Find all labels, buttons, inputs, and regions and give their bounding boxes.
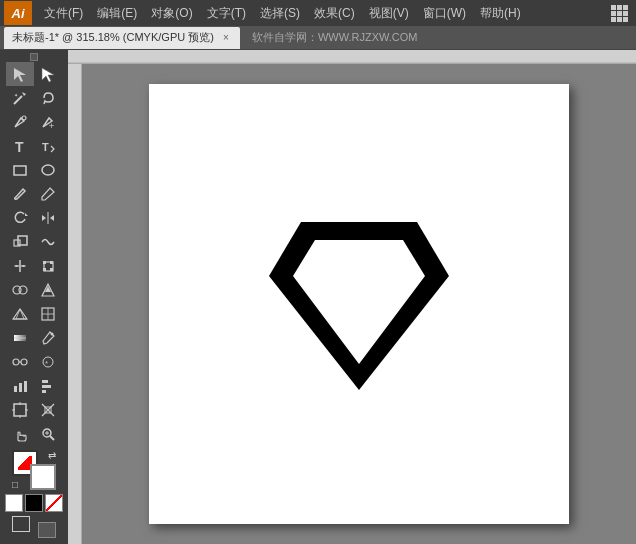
type-tool[interactable]: T (6, 134, 34, 158)
document-tab[interactable]: 未标题-1* @ 315.18% (CMYK/GPU 预览) × (4, 27, 240, 49)
rotate-tool[interactable] (6, 206, 34, 230)
pencil-tool[interactable] (34, 182, 62, 206)
menu-effect[interactable]: 效果(C) (308, 3, 361, 24)
svg-point-32 (51, 333, 54, 336)
menu-object[interactable]: 对象(O) (145, 3, 198, 24)
svg-rect-41 (42, 380, 48, 383)
svg-rect-18 (50, 261, 53, 264)
svg-rect-40 (24, 381, 27, 392)
svg-marker-0 (14, 68, 26, 82)
horizontal-ruler: // We'll do this in CSS instead (68, 50, 636, 64)
svg-text:✦: ✦ (14, 92, 18, 98)
svg-line-51 (50, 436, 54, 440)
free-transform-tool[interactable] (34, 254, 62, 278)
app-logo: Ai (4, 1, 32, 25)
bar-graph-tool[interactable] (34, 374, 62, 398)
menu-help[interactable]: 帮助(H) (474, 3, 527, 24)
blend-tool[interactable] (6, 350, 34, 374)
menu-bar: Ai 文件(F) 编辑(E) 对象(O) 文字(T) 选择(S) 效果(C) 视… (0, 0, 636, 26)
svg-point-34 (21, 359, 27, 365)
perspective-grid-tool[interactable] (6, 302, 34, 326)
lasso-tool[interactable] (34, 86, 62, 110)
color-area: ⇄ □ (1, 446, 67, 542)
svg-rect-17 (43, 261, 46, 264)
zoom-tool[interactable] (34, 422, 62, 446)
artboard (149, 84, 569, 524)
ellipse-tool[interactable] (34, 158, 62, 182)
scale-tool[interactable] (6, 230, 34, 254)
workspace-grid-icon[interactable] (611, 5, 628, 22)
svg-rect-19 (43, 268, 46, 271)
color-boxes: ⇄ □ (12, 450, 56, 490)
mesh-tool[interactable] (34, 302, 62, 326)
svg-marker-23 (13, 309, 27, 319)
menu-type[interactable]: 文字(T) (201, 3, 252, 24)
svg-rect-43 (42, 390, 46, 393)
top-right-controls (611, 5, 632, 22)
shape-builder-tool[interactable] (6, 278, 34, 302)
artboard-tool[interactable] (6, 398, 34, 422)
touch-type-tool[interactable]: T (34, 134, 62, 158)
menu-edit[interactable]: 编辑(E) (91, 3, 143, 24)
stroke-color-box[interactable] (30, 464, 56, 490)
svg-text:+: + (49, 121, 54, 130)
slice-tool[interactable] (34, 398, 62, 422)
svg-text:T: T (15, 139, 24, 154)
svg-point-10 (42, 165, 54, 175)
diamond-shape[interactable] (259, 194, 459, 414)
none-color-box[interactable] (5, 494, 23, 512)
menu-select[interactable]: 选择(S) (254, 3, 306, 24)
gradient-color-box[interactable] (45, 494, 63, 512)
svg-rect-20 (50, 268, 53, 271)
width-tool[interactable] (6, 254, 34, 278)
svg-point-22 (19, 286, 27, 294)
hand-tool[interactable] (6, 422, 34, 446)
paintbrush-tool[interactable] (6, 182, 34, 206)
menu-file[interactable]: 文件(F) (38, 3, 89, 24)
add-anchor-tool[interactable]: + (34, 110, 62, 134)
artboard-outer-box (38, 522, 56, 538)
svg-marker-1 (42, 68, 54, 82)
svg-marker-3 (22, 92, 26, 96)
artboard-area (82, 64, 636, 544)
menu-view[interactable]: 视图(V) (363, 3, 415, 24)
svg-point-5 (22, 116, 26, 120)
tab-close-button[interactable]: × (220, 32, 232, 44)
direct-selection-tool[interactable] (34, 62, 62, 86)
svg-rect-38 (14, 386, 17, 392)
reflect-tool[interactable] (34, 206, 62, 230)
artboard-swap-area (12, 516, 56, 538)
tab-bar: 未标题-1* @ 315.18% (CMYK/GPU 预览) × 软件自学网：W… (0, 26, 636, 50)
svg-rect-39 (19, 383, 22, 392)
watermark-text: 软件自学网：WWW.RJZXW.COM (252, 30, 418, 45)
symbol-sprayer-tool[interactable]: * (34, 350, 62, 374)
svg-text:*: * (45, 359, 48, 368)
pen-tool[interactable] (6, 110, 34, 134)
magic-wand-tool[interactable]: ✦ (6, 86, 34, 110)
svg-marker-11 (25, 213, 28, 216)
svg-point-33 (13, 359, 19, 365)
rectangle-tool[interactable] (6, 158, 34, 182)
ruler-corner (0, 52, 68, 62)
canvas-area: // We'll do this in CSS instead (68, 50, 636, 544)
default-colors-icon[interactable]: □ (12, 479, 18, 490)
artboard-inner-box (12, 516, 30, 532)
color-mode-boxes (5, 494, 63, 512)
svg-rect-44 (14, 404, 26, 416)
column-graph-tool[interactable] (6, 374, 34, 398)
selection-tool[interactable] (6, 62, 34, 86)
warp-tool[interactable] (34, 230, 62, 254)
eyedropper-tool[interactable] (34, 326, 62, 350)
black-color-box[interactable] (25, 494, 43, 512)
swap-colors-icon[interactable]: ⇄ (48, 450, 56, 461)
main-area: ✦ + T T (0, 50, 636, 544)
toolbar: ✦ + T T (0, 50, 68, 544)
gradient-tool[interactable] (6, 326, 34, 350)
menu-window[interactable]: 窗口(W) (417, 3, 472, 24)
ruler-corner-box (30, 53, 38, 61)
vertical-ruler (68, 64, 82, 544)
svg-rect-9 (14, 166, 26, 175)
svg-rect-42 (42, 385, 51, 388)
svg-text:T: T (42, 141, 49, 153)
live-paint-tool[interactable] (34, 278, 62, 302)
